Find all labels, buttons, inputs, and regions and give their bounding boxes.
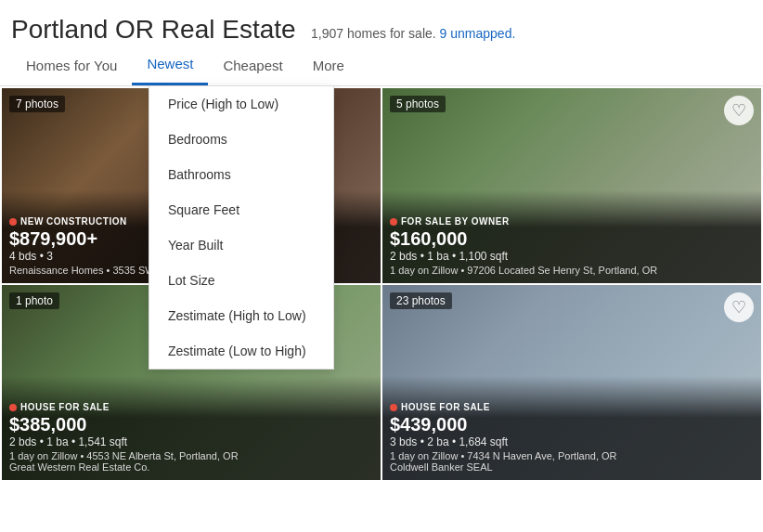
- badge-dot: [390, 404, 397, 411]
- listing-meta: 1 day on Zillow • 97206 Located Se Henry…: [390, 265, 754, 276]
- listing-badge: HOUSE FOR SALE: [9, 402, 373, 412]
- sort-dropdown: Price (High to Low) Bedrooms Bathrooms S…: [149, 85, 334, 370]
- sort-price-high-low[interactable]: Price (High to Low): [149, 86, 333, 122]
- page-title: Portland OR Real Estate: [11, 15, 296, 44]
- tab-cheapest[interactable]: Cheapest: [208, 46, 297, 84]
- tab-homes-for-you[interactable]: Homes for You: [11, 46, 132, 84]
- listings-grid: 7 photos NEW CONSTRUCTION $879,900+ 4 bd…: [0, 86, 763, 482]
- nav-tabs: Homes for You Newest Cheapest More Price…: [0, 45, 763, 86]
- sort-zestimate-low-high[interactable]: Zestimate (Low to High): [149, 333, 333, 369]
- photo-count: 5 photos: [390, 96, 446, 112]
- listing-details: 2 bds • 1 ba • 1,541 sqft: [9, 435, 373, 448]
- listing-details: 2 bds • 1 ba • 1,100 sqft: [390, 250, 754, 263]
- badge-dot: [9, 218, 17, 226]
- photo-count: 1 photo: [9, 292, 59, 309]
- listing-price: $385,000: [9, 414, 373, 435]
- listing-meta: 1 day on Zillow • 4553 NE Alberta St, Po…: [9, 450, 373, 473]
- listing-info: HOUSE FOR SALE $439,000 3 bds • 2 ba • 1…: [382, 376, 761, 480]
- listing-card[interactable]: 5 photos ♡ FOR SALE BY OWNER $160,000 2 …: [382, 88, 761, 283]
- sort-zestimate-high-low[interactable]: Zestimate (High to Low): [149, 298, 333, 333]
- sort-lot-size[interactable]: Lot Size: [149, 263, 333, 298]
- sort-square-feet[interactable]: Square Feet: [149, 192, 333, 227]
- unmapped-link[interactable]: 9 unmapped.: [440, 26, 516, 41]
- listing-price: $160,000: [390, 228, 754, 250]
- photo-count: 23 photos: [390, 292, 452, 309]
- listing-meta: 1 day on Zillow • 7434 N Haven Ave, Port…: [390, 450, 754, 473]
- page-header: Portland OR Real Estate 1,907 homes for …: [0, 0, 763, 45]
- badge-dot: [390, 218, 397, 226]
- listing-badge: FOR SALE BY OWNER: [390, 216, 754, 227]
- listing-info: HOUSE FOR SALE $385,000 2 bds • 1 ba • 1…: [2, 376, 381, 480]
- listing-card[interactable]: 23 photos ♡ HOUSE FOR SALE $439,000 3 bd…: [382, 285, 761, 480]
- tab-newest[interactable]: Newest: [132, 45, 208, 85]
- listing-price: $439,000: [390, 414, 754, 435]
- sort-bathrooms[interactable]: Bathrooms: [149, 157, 333, 192]
- listing-info: FOR SALE BY OWNER $160,000 2 bds • 1 ba …: [382, 190, 761, 283]
- sort-year-built[interactable]: Year Built: [149, 227, 333, 263]
- badge-dot: [9, 404, 17, 411]
- sort-bedrooms[interactable]: Bedrooms: [149, 122, 333, 157]
- favorite-button[interactable]: ♡: [724, 292, 754, 322]
- homes-count: 1,907 homes for sale. 9 unmapped.: [311, 26, 515, 41]
- listing-badge: HOUSE FOR SALE: [390, 402, 754, 412]
- listing-details: 3 bds • 2 ba • 1,684 sqft: [390, 435, 754, 448]
- tab-more[interactable]: More: [298, 46, 359, 84]
- favorite-button[interactable]: ♡: [724, 96, 754, 125]
- photo-count: 7 photos: [9, 96, 65, 112]
